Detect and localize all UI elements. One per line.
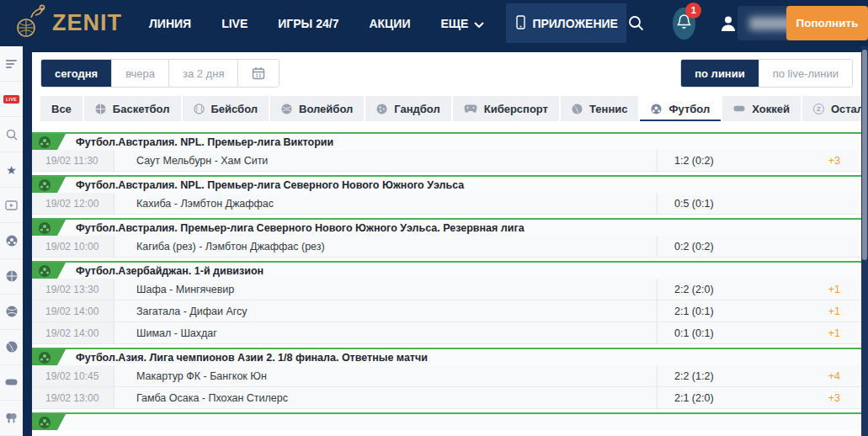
deposit-button[interactable]: Пополнить — [786, 6, 868, 40]
match-time: 19/02 10:45 — [32, 365, 114, 386]
gamepad-icon — [464, 104, 477, 114]
league-header[interactable]: Футбол.Австралия. NPL. Премьер-лига Викт… — [32, 132, 861, 150]
line-tab-prematch[interactable]: по линии — [681, 60, 759, 87]
match-row[interactable]: 19/02 14:00 Шимал - Шахдаг 0:1 (0:1) +1 — [32, 322, 861, 344]
league-header[interactable]: Футбол.Азия. Лига чемпионов Азии 2. 1/8 … — [32, 348, 861, 365]
sport-tab-hockey[interactable]: Хоккей — [722, 96, 801, 121]
left-icon-rail: LIVE ★ — [0, 46, 23, 436]
sport-tab-esports[interactable]: Киберспорт — [453, 96, 559, 121]
match-teams[interactable]: Загатала - Дифаи Агсу — [114, 300, 657, 322]
match-row[interactable]: 19/02 11:30 Саут Мельбурн - Хам Сити 1:2… — [32, 150, 861, 172]
sport-tab-label: Киберспорт — [484, 103, 548, 115]
favorites-star-icon[interactable]: ★ — [0, 152, 23, 188]
match-row[interactable]: 19/02 12:00 Кахиба - Лэмбтон Джаффас 0:5… — [32, 193, 861, 215]
scrollbar-thumb[interactable] — [862, 50, 867, 260]
match-row[interactable]: 19/02 14:00 Загатала - Дифаи Агсу 2:1 (0… — [32, 300, 861, 322]
match-teams[interactable]: Кагиба (рез) - Лэмбтон Джаффас (рез) — [114, 236, 657, 257]
notifications-button[interactable]: 1 — [673, 8, 695, 40]
hockey-puck-icon[interactable] — [0, 365, 23, 401]
league-header[interactable]: Футбол.Австралия. NPL. Премьер-лига Севе… — [32, 175, 861, 193]
match-teams[interactable]: Гамба Осака - Пхохан Стилерс — [114, 387, 657, 408]
extra-markets-count[interactable]: +3 — [828, 392, 840, 404]
app-download-button[interactable]: ПРИЛОЖЕНИЕ — [506, 3, 626, 43]
match-score: 0:2 (0:2) — [674, 241, 714, 253]
extra-markets-count[interactable]: +1 — [828, 284, 840, 295]
league-header[interactable]: Футбол.Австралия. Премьер-лига Северного… — [32, 218, 861, 236]
table-tennis-icon[interactable] — [0, 401, 23, 436]
sport-tab-baseball[interactable]: Бейсбол — [183, 96, 269, 121]
page-scrollbar[interactable] — [861, 46, 868, 436]
extra-markets-count[interactable]: +4 — [828, 370, 840, 382]
match-row[interactable]: 19/02 13:30 Шафа - Мингячевир 2:2 (2:0) … — [32, 279, 861, 300]
match-score: 2:2 (2:0) — [674, 284, 714, 295]
extra-markets-count[interactable]: +1 — [828, 306, 840, 317]
account-panel: Пополнить — [738, 6, 868, 40]
score-cell: 0:1 (0:1) +1 — [657, 322, 861, 343]
line-filter: по линии по live-линии — [680, 59, 853, 88]
match-row[interactable]: 19/02 10:45 Макартур ФК - Бангкок Юн 2:2… — [32, 365, 861, 387]
sport-tab-basketball[interactable]: Баскетбол — [84, 96, 181, 121]
date-tab-yesterday[interactable]: вчера — [111, 60, 168, 87]
brand-logo[interactable]: ZENIT — [12, 3, 122, 44]
match-score: 0:1 (0:1) — [674, 327, 714, 339]
top-navbar: ZENIT ЛИНИЯ LIVE ИГРЫ 24/7 АКЦИИ ЕЩЕ ПРИ… — [0, 0, 868, 46]
match-score: 1:2 (0:2) — [674, 155, 714, 167]
video-icon[interactable] — [0, 188, 23, 223]
date-filter: сегодня вчера за 2 дня — [40, 59, 280, 88]
extra-markets-count[interactable]: +3 — [828, 155, 840, 167]
score-cell: 0:5 (0:1) — [657, 193, 861, 214]
nav-live[interactable]: LIVE — [221, 17, 248, 30]
sport-tab-football[interactable]: Футбол — [640, 96, 721, 121]
score-cell: 0:2 (0:2) — [657, 236, 861, 257]
football-icon — [32, 263, 66, 279]
match-row[interactable]: 19/02 10:00 Кагиба (рез) - Лэмбтон Джафф… — [32, 236, 861, 258]
nav-games-247[interactable]: ИГРЫ 24/7 — [278, 17, 338, 30]
nav-promotions[interactable]: АКЦИИ — [369, 17, 410, 30]
match-time: 19/02 14:00 — [32, 300, 114, 322]
nav-line[interactable]: ЛИНИЯ — [149, 17, 191, 30]
match-teams[interactable]: Шафа - Мингячевир — [114, 279, 657, 300]
sport-tab-other[interactable]: Z Остальные — [802, 96, 861, 121]
league-section: Футбол.Австралия. NPL. Премьер-лига Викт… — [32, 132, 861, 172]
league-header[interactable]: Футбол.Азербайджан. 1-й дивизион — [32, 261, 861, 279]
match-teams[interactable]: Макартур ФК - Бангкок Юн — [114, 365, 657, 386]
sport-tab-volleyball[interactable]: Волейбол — [270, 96, 364, 121]
match-teams[interactable]: Кахиба - Лэмбтон Джаффас — [114, 193, 657, 214]
hockey-puck-icon — [733, 105, 745, 112]
notifications-badge: 1 — [685, 3, 701, 19]
sport-tab-label: Гандбол — [394, 103, 439, 115]
score-cell: 2:1 (0:1) +1 — [657, 300, 861, 322]
volleyball-icon — [281, 104, 292, 114]
match-time: 19/02 13:30 — [32, 279, 114, 300]
sport-tab-all[interactable]: Все — [40, 96, 83, 121]
user-account-icon[interactable] — [719, 14, 738, 33]
sport-tab-handball[interactable]: Гандбол — [365, 96, 450, 121]
volleyball-icon[interactable] — [0, 295, 23, 330]
search-icon[interactable] — [628, 15, 644, 31]
search-icon[interactable] — [0, 117, 23, 152]
calendar-icon[interactable] — [237, 60, 279, 87]
match-row[interactable]: 19/02 13:00 Гамба Осака - Пхохан Стилерс… — [32, 387, 861, 409]
live-icon[interactable]: LIVE — [0, 82, 23, 117]
date-tab-2days[interactable]: за 2 дня — [168, 60, 237, 87]
league-section: Футбол.Австралия. NPL. Премьер-лига Севе… — [32, 175, 861, 215]
basketball-icon[interactable] — [0, 259, 23, 295]
match-teams[interactable]: Саут Мельбурн - Хам Сити — [114, 150, 657, 171]
line-tab-live[interactable]: по live-линии — [759, 60, 852, 87]
menu-icon[interactable] — [0, 46, 23, 82]
extra-markets-count[interactable]: +1 — [828, 327, 840, 339]
sport-tabbar: Все Баскетбол Бейсбол Волейбол Гандбол — [32, 96, 861, 121]
sport-tab-tennis[interactable]: Теннис — [561, 96, 638, 121]
league-header[interactable] — [32, 412, 861, 430]
match-score: 2:2 (1:2) — [674, 370, 714, 382]
football-icon — [32, 220, 66, 236]
nav-more[interactable]: ЕЩЕ — [440, 17, 484, 30]
sport-tab-label: Баскетбол — [113, 103, 170, 115]
live-chip-label: LIVE — [3, 95, 19, 104]
match-teams[interactable]: Шимал - Шахдаг — [114, 322, 657, 343]
date-tab-today[interactable]: сегодня — [41, 60, 111, 87]
score-cell: 2:2 (2:0) +1 — [657, 279, 861, 300]
football-icon[interactable] — [0, 223, 23, 258]
football-icon — [32, 177, 66, 193]
tennis-icon[interactable] — [0, 330, 23, 365]
